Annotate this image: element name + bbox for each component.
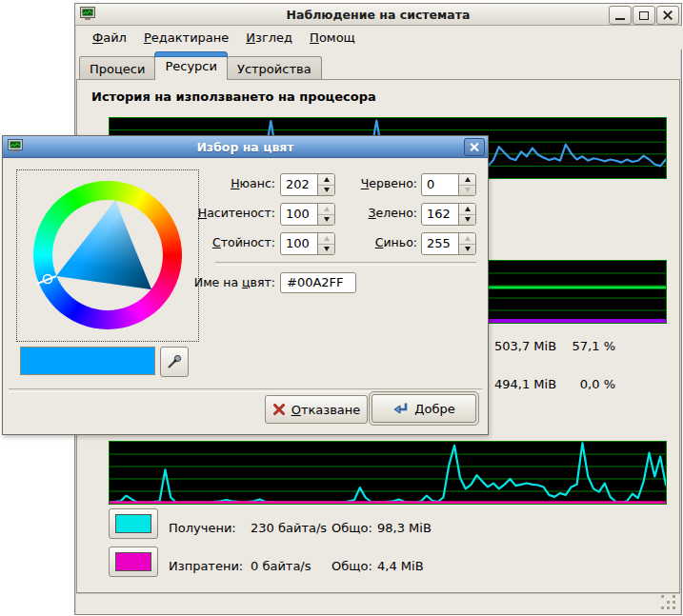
spin-down-icon[interactable] xyxy=(459,245,475,255)
received-color-button[interactable] xyxy=(109,508,158,539)
close-button[interactable] xyxy=(656,6,679,25)
network-history-chart xyxy=(109,441,667,505)
blue-label: Синьо: xyxy=(317,232,417,253)
green-label: Зелено: xyxy=(317,203,417,224)
color-name-input[interactable]: #00A2FF xyxy=(280,272,356,293)
spin-down-icon[interactable] xyxy=(459,215,475,226)
blue-spinbox[interactable]: 255 xyxy=(421,232,476,255)
cancel-x-icon xyxy=(272,403,286,416)
dialog-close-button[interactable] xyxy=(464,138,485,156)
spin-down-icon[interactable] xyxy=(459,186,475,196)
main-titlebar[interactable]: Наблюдение на системата xyxy=(75,4,681,26)
minimize-icon xyxy=(615,18,625,20)
menubar: Файл Редактиране Изглед Помощ xyxy=(76,26,683,50)
maximize-icon xyxy=(639,11,649,20)
menu-view[interactable]: Изглед xyxy=(237,28,301,48)
menu-file[interactable]: Файл xyxy=(84,28,135,48)
swap-used-percent: 0,0 % xyxy=(541,377,615,391)
maximize-button[interactable] xyxy=(633,6,655,25)
green-spinbox[interactable]: 162 xyxy=(421,203,476,226)
hue-label: Нюанс: xyxy=(146,173,275,194)
red-label: Червено: xyxy=(317,173,417,194)
tab-devices[interactable]: Устройства xyxy=(227,56,322,80)
minimize-button[interactable] xyxy=(609,6,632,25)
color-name-label: Име на цвят: xyxy=(146,272,275,293)
received-total: 98,3 MiB xyxy=(377,521,432,535)
close-icon xyxy=(471,143,479,151)
spin-up-icon[interactable] xyxy=(459,233,475,245)
eyedropper-icon xyxy=(167,354,182,369)
sent-rate: 0 байта/s xyxy=(251,559,311,573)
received-color-swatch xyxy=(115,514,151,533)
eyedropper-button[interactable] xyxy=(160,347,189,377)
spin-up-icon[interactable] xyxy=(459,204,475,215)
spin-up-icon[interactable] xyxy=(459,174,475,186)
cpu-history-title: История на използването на процесора xyxy=(91,89,376,104)
statusbar xyxy=(76,593,680,614)
hsv-color-wheel[interactable] xyxy=(16,169,199,342)
tab-resources[interactable]: Ресурси xyxy=(154,51,228,80)
current-color-preview xyxy=(20,347,155,375)
separator xyxy=(215,262,476,266)
ok-enter-arrow-icon xyxy=(392,402,409,416)
sent-total: 4,4 MiB xyxy=(377,559,424,573)
resize-grip-icon[interactable] xyxy=(661,595,664,598)
received-rate: 230 байта/s xyxy=(251,521,327,535)
red-spinbox[interactable]: 0 xyxy=(421,173,476,196)
value-label: Стойност: xyxy=(146,232,275,253)
menu-edit[interactable]: Редактиране xyxy=(135,28,237,48)
dialog-titlebar[interactable]: Избор на цвят xyxy=(3,136,488,158)
sent-total-label: Общо: xyxy=(331,559,372,573)
ok-button[interactable]: Добре xyxy=(372,394,476,423)
dialog-title: Избор на цвят xyxy=(3,140,488,154)
tab-processes[interactable]: Процеси xyxy=(79,56,155,80)
desktop: Наблюдение на системата Файл Редактиране… xyxy=(0,0,683,616)
color-picker-dialog: Избор на цвят Нюанс: 202 Наситеност: xyxy=(2,135,489,435)
memory-used-percent: 57,1 % xyxy=(541,339,615,353)
cancel-button[interactable]: Отказване xyxy=(265,395,368,424)
close-icon xyxy=(663,10,673,20)
menu-help[interactable]: Помощ xyxy=(301,28,364,48)
received-label: Получени: xyxy=(169,521,236,535)
received-total-label: Общо: xyxy=(331,521,372,535)
tab-strip: Процеси Ресурси Устройства xyxy=(79,51,321,80)
sent-label: Изпратени: xyxy=(169,559,243,573)
ok-button-default-ring: Добре xyxy=(369,391,479,426)
sent-color-button[interactable] xyxy=(109,546,158,577)
sent-color-swatch xyxy=(115,552,151,571)
saturation-label: Наситеност: xyxy=(146,203,275,224)
window-title: Наблюдение на системата xyxy=(75,8,681,22)
